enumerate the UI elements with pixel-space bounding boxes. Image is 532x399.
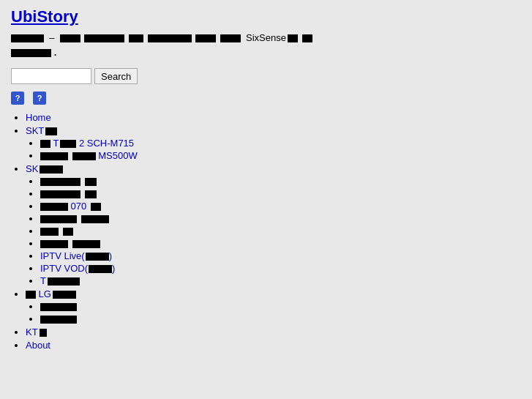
desc-block-6 bbox=[195, 34, 216, 42]
nav-link-sk-t[interactable]: T bbox=[40, 275, 80, 286]
nav-item-sk-5 bbox=[40, 225, 521, 236]
nav-item-sk-iptv-live: IPTV Live() bbox=[40, 250, 521, 261]
desc-block-7 bbox=[220, 34, 241, 42]
desc-block-4 bbox=[129, 34, 143, 42]
nav-link-sk-3[interactable]: 070 bbox=[40, 201, 101, 212]
desc-block-1 bbox=[11, 34, 44, 42]
desc-block-9 bbox=[302, 34, 312, 42]
nav-link-lg-1[interactable] bbox=[40, 301, 77, 312]
search-button[interactable]: Search bbox=[94, 68, 138, 84]
nav-link-sk-iptv-vod[interactable]: IPTV VOD() bbox=[40, 263, 115, 274]
nav-item-sk-1 bbox=[40, 176, 521, 187]
b24 bbox=[40, 329, 47, 337]
site-title-link[interactable]: UbiStory bbox=[11, 7, 78, 26]
nav-link-sk-1[interactable] bbox=[40, 176, 97, 187]
b21 bbox=[53, 291, 76, 299]
b4 bbox=[72, 152, 96, 160]
nav-link-lg[interactable]: LG bbox=[26, 288, 76, 299]
b2 bbox=[60, 140, 76, 148]
nav-item-skt-2: MS500W bbox=[40, 150, 521, 161]
desc-block-8 bbox=[288, 34, 298, 42]
desc-block-5 bbox=[148, 34, 192, 42]
nav-link-sk-6[interactable] bbox=[40, 238, 100, 249]
b9 bbox=[40, 203, 68, 211]
nav-item-sk-4 bbox=[40, 213, 521, 224]
nav-item-sk-t: T bbox=[40, 275, 521, 286]
b10 bbox=[91, 203, 101, 211]
nav-link-sk-5[interactable] bbox=[40, 225, 73, 236]
nav-link-sk-2[interactable] bbox=[40, 188, 97, 199]
b11 bbox=[40, 215, 77, 223]
nav-item-skt-1: T 2 SCH-M715 bbox=[40, 138, 521, 149]
nav-item-sk-3: 070 bbox=[40, 201, 521, 212]
nav-link-lg-2[interactable] bbox=[40, 313, 77, 324]
nav-link-skt-2[interactable]: MS500W bbox=[40, 150, 138, 161]
nav-item-lg-1 bbox=[40, 301, 521, 312]
b7 bbox=[40, 190, 80, 198]
b16 bbox=[72, 240, 100, 248]
nav-link-home[interactable]: Home bbox=[26, 112, 51, 123]
nav-item-sk-2 bbox=[40, 188, 521, 199]
b3 bbox=[40, 152, 68, 160]
nav-link-sk-iptv-live[interactable]: IPTV Live() bbox=[40, 250, 112, 261]
b18 bbox=[89, 265, 112, 273]
desc-block-2 bbox=[60, 34, 80, 42]
b23 bbox=[40, 316, 77, 324]
skt-block bbox=[45, 127, 57, 135]
icon-bar: ? ? bbox=[11, 92, 521, 105]
icon-badge-1[interactable]: ? bbox=[11, 92, 24, 105]
nav-item-sk-iptv-vod: IPTV VOD() bbox=[40, 263, 521, 274]
site-description: – SixSense . bbox=[11, 31, 521, 59]
nav-link-about[interactable]: About bbox=[26, 340, 50, 351]
b1 bbox=[40, 140, 50, 148]
b17 bbox=[86, 253, 109, 261]
nav-link-sk-4[interactable] bbox=[40, 213, 109, 224]
site-title: UbiStory bbox=[11, 7, 521, 26]
b19 bbox=[48, 277, 80, 286]
nav-link-skt-1[interactable]: T 2 SCH-M715 bbox=[40, 138, 134, 149]
sk-block bbox=[40, 165, 63, 174]
nav-link-sk[interactable]: SK bbox=[26, 163, 63, 174]
b8 bbox=[85, 190, 97, 198]
b12 bbox=[81, 215, 109, 223]
nav-item-home: Home bbox=[26, 112, 521, 123]
search-area: Search bbox=[11, 68, 521, 84]
nav-item-kt: KT bbox=[26, 327, 521, 338]
icon-badge-2[interactable]: ? bbox=[33, 92, 46, 105]
nav-item-sk-6 bbox=[40, 238, 521, 249]
desc-block-10 bbox=[11, 49, 51, 57]
nav-item-about: About bbox=[26, 340, 521, 351]
main-nav: Home SKT T 2 SCH-M715 MS500W SK bbox=[11, 112, 521, 351]
b20 bbox=[26, 291, 36, 299]
nav-item-skt: SKT T 2 SCH-M715 MS500W bbox=[26, 125, 521, 161]
sixsense-text: SixSense bbox=[246, 32, 286, 43]
nav-item-sk: SK 070 bbox=[26, 163, 521, 286]
search-input[interactable] bbox=[11, 68, 91, 84]
desc-block-3 bbox=[84, 34, 124, 42]
b5 bbox=[40, 178, 80, 186]
nav-link-skt[interactable]: SKT bbox=[26, 125, 57, 136]
b22 bbox=[40, 303, 77, 311]
b15 bbox=[40, 240, 68, 248]
b14 bbox=[63, 228, 73, 236]
b6 bbox=[85, 178, 97, 186]
nav-link-kt[interactable]: KT bbox=[26, 327, 47, 338]
nav-item-lg: LG bbox=[26, 288, 521, 324]
nav-item-lg-2 bbox=[40, 313, 521, 324]
b13 bbox=[40, 228, 59, 236]
